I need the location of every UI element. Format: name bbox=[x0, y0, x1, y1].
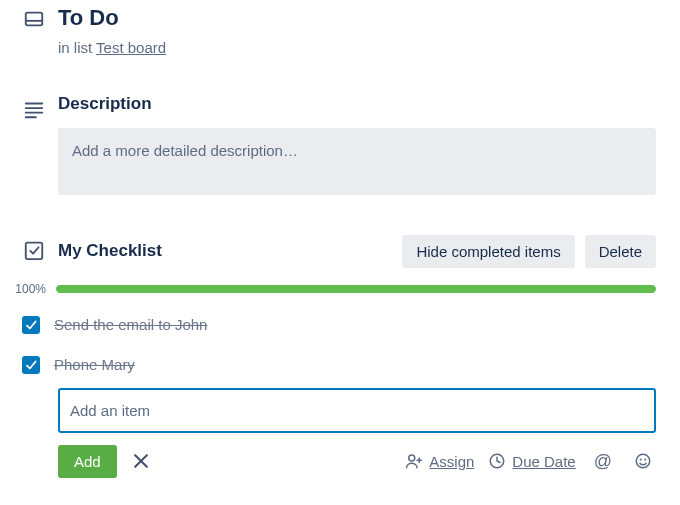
checklist-checkbox[interactable] bbox=[22, 316, 40, 334]
mention-button[interactable]: @ bbox=[590, 448, 616, 474]
assign-icon bbox=[405, 452, 423, 470]
progress-percent: 100% bbox=[10, 282, 46, 296]
close-icon[interactable] bbox=[131, 451, 151, 471]
add-item-button[interactable]: Add bbox=[58, 445, 117, 478]
checklist-item[interactable]: Phone Mary bbox=[16, 350, 656, 380]
progress-bar bbox=[56, 285, 656, 293]
assign-label: Assign bbox=[429, 453, 474, 470]
svg-point-13 bbox=[636, 454, 650, 468]
clock-icon bbox=[488, 452, 506, 470]
checklist-heading[interactable]: My Checklist bbox=[58, 241, 162, 261]
add-item-input[interactable] bbox=[58, 388, 656, 433]
hide-completed-button[interactable]: Hide completed items bbox=[402, 235, 574, 268]
description-input[interactable]: Add a more detailed description… bbox=[58, 128, 656, 195]
card-icon bbox=[23, 8, 45, 30]
checklist-item[interactable]: Send the email to John bbox=[16, 310, 656, 340]
checklist-checkbox[interactable] bbox=[22, 356, 40, 374]
at-icon: @ bbox=[594, 452, 612, 470]
due-date-button[interactable]: Due Date bbox=[488, 452, 575, 470]
svg-point-14 bbox=[640, 459, 641, 460]
description-heading: Description bbox=[58, 94, 152, 114]
checklist-item-text[interactable]: Phone Mary bbox=[54, 356, 135, 373]
due-date-label: Due Date bbox=[512, 453, 575, 470]
card-title[interactable]: To Do bbox=[58, 4, 656, 33]
svg-rect-6 bbox=[26, 242, 43, 258]
delete-checklist-button[interactable]: Delete bbox=[585, 235, 656, 268]
card-list-location: in list Test board bbox=[58, 39, 656, 56]
smile-icon bbox=[634, 452, 652, 470]
list-link[interactable]: Test board bbox=[96, 39, 166, 56]
emoji-button[interactable] bbox=[630, 448, 656, 474]
svg-rect-0 bbox=[26, 13, 43, 26]
description-icon bbox=[23, 98, 45, 120]
checklist-icon bbox=[23, 239, 45, 261]
svg-point-15 bbox=[645, 459, 646, 460]
assign-button[interactable]: Assign bbox=[405, 452, 474, 470]
svg-point-9 bbox=[409, 455, 415, 461]
progress-fill bbox=[56, 285, 656, 293]
checklist-item-text[interactable]: Send the email to John bbox=[54, 316, 207, 333]
